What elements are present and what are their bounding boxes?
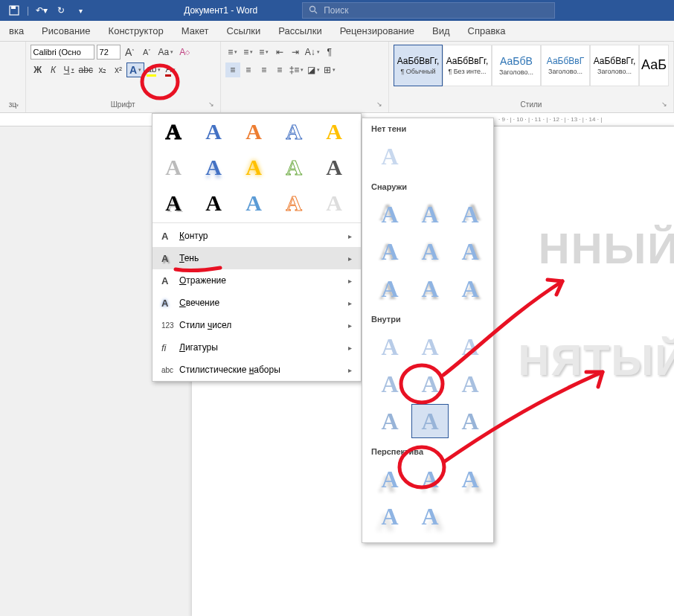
- tab-insert[interactable]: вка: [0, 21, 33, 41]
- shadow-outer-6[interactable]: A: [452, 234, 489, 269]
- sort-button[interactable]: A↓: [304, 45, 321, 60]
- fx-preset[interactable]: A: [240, 190, 267, 216]
- shadow-inner-4[interactable]: A: [371, 367, 408, 401]
- style-heading3[interactable]: АаБбВвГг, Заголово...: [590, 45, 639, 86]
- shadow-inner-1[interactable]: A: [371, 330, 408, 364]
- shadow-persp-5[interactable]: A: [411, 499, 449, 533]
- shadow-inner-3[interactable]: A: [452, 330, 489, 364]
- tab-help[interactable]: Справка: [459, 21, 515, 41]
- bullets-button[interactable]: ≡: [225, 45, 240, 60]
- qat-customize[interactable]: ▾: [72, 2, 89, 19]
- tab-draw[interactable]: Рисование: [33, 21, 99, 41]
- shadow-outer-3[interactable]: A: [452, 197, 489, 231]
- superscript-button[interactable]: x²: [111, 62, 126, 77]
- shadow-inner-9[interactable]: A: [452, 404, 489, 438]
- shadow-outer-7[interactable]: A: [371, 272, 408, 306]
- fx-preset[interactable]: A: [160, 190, 187, 216]
- style-heading2[interactable]: АаБбВвГ Заголово...: [541, 45, 590, 86]
- tab-review[interactable]: Рецензирование: [331, 21, 423, 41]
- text-effects-button[interactable]: A: [126, 62, 144, 77]
- justify-button[interactable]: ≡: [272, 62, 287, 77]
- cut-button[interactable]: [4, 45, 19, 60]
- fx-preset[interactable]: A: [280, 190, 307, 216]
- shadow-outer-2[interactable]: A: [411, 197, 449, 231]
- fx-menu-ligatures[interactable]: fi Лигатуры ▸: [153, 336, 361, 359]
- show-marks-button[interactable]: ¶: [322, 45, 337, 60]
- change-case-button[interactable]: Aa: [157, 45, 176, 60]
- tab-design[interactable]: Конструктор: [100, 21, 173, 41]
- style-no-spacing[interactable]: АаБбВвГг, ¶ Без инте...: [443, 45, 492, 86]
- style-heading1[interactable]: АаБбВ Заголово...: [492, 45, 541, 86]
- shadow-inner-8[interactable]: A: [411, 404, 449, 438]
- numbering-button[interactable]: ≡: [241, 45, 256, 60]
- font-color-button[interactable]: A: [163, 62, 178, 77]
- tab-view[interactable]: Вид: [423, 21, 459, 41]
- fx-preset[interactable]: A: [240, 118, 267, 145]
- shadow-persp-1[interactable]: A: [371, 462, 408, 496]
- font-name-combo[interactable]: [31, 45, 94, 60]
- fx-preset[interactable]: A: [200, 118, 227, 145]
- bold-button[interactable]: Ж: [31, 62, 45, 77]
- fx-preset[interactable]: A: [200, 154, 227, 181]
- style-title[interactable]: АаБ: [639, 45, 669, 86]
- shadow-outer-5[interactable]: A: [411, 234, 449, 269]
- fx-preset[interactable]: A: [321, 118, 347, 145]
- shadow-persp-2[interactable]: A: [411, 462, 449, 496]
- multilevel-button[interactable]: ≡: [257, 45, 272, 60]
- shadow-persp-3[interactable]: A: [452, 462, 489, 496]
- fx-preset[interactable]: A: [280, 154, 307, 181]
- fx-preset[interactable]: A: [321, 154, 347, 181]
- shadow-outer-1[interactable]: A: [371, 197, 408, 231]
- font-size-combo[interactable]: [97, 45, 121, 60]
- save-button[interactable]: [6, 2, 22, 19]
- fx-preset[interactable]: A: [280, 118, 307, 145]
- para-launcher[interactable]: ↘: [376, 100, 382, 108]
- subscript-button[interactable]: x₂: [95, 62, 110, 77]
- align-right-button[interactable]: ≡: [257, 62, 272, 77]
- highlight-button[interactable]: ab: [145, 62, 162, 77]
- fx-menu-number-styles[interactable]: 123 Стили чисел ▸: [153, 314, 361, 336]
- shadow-inner-7[interactable]: A: [371, 404, 408, 438]
- search-box[interactable]: Поиск: [302, 2, 555, 19]
- style-normal[interactable]: АаБбВвГг, ¶ Обычный: [394, 45, 443, 86]
- clipboard-launcher[interactable]: ↘: [13, 100, 19, 108]
- tab-mailings[interactable]: Рассылки: [269, 21, 330, 41]
- fx-menu-outline[interactable]: A Контур ▸: [153, 225, 361, 247]
- align-center-button[interactable]: ≡: [241, 62, 256, 77]
- fx-menu-stylistic-sets[interactable]: abc Стилистические наборы ▸: [153, 359, 361, 381]
- shadow-outer-8[interactable]: A: [411, 272, 449, 306]
- underline-button[interactable]: Ч: [62, 62, 77, 77]
- line-spacing-button[interactable]: ‡≡: [288, 62, 306, 77]
- grow-font-button[interactable]: A˄: [123, 45, 138, 60]
- copy-button[interactable]: [4, 60, 19, 74]
- shadow-inner-6[interactable]: A: [452, 367, 489, 401]
- decrease-indent-button[interactable]: ⇤: [272, 45, 287, 60]
- increase-indent-button[interactable]: ⇥: [288, 45, 303, 60]
- tab-references[interactable]: Ссылки: [218, 21, 270, 41]
- borders-button[interactable]: ⊞: [322, 62, 337, 77]
- strikethrough-button[interactable]: abc: [77, 62, 94, 77]
- fx-menu-glow[interactable]: A Свечение ▸: [153, 292, 361, 314]
- shadow-outer-4[interactable]: A: [371, 234, 408, 269]
- fx-menu-reflection[interactable]: A Отражение ▸: [153, 269, 361, 292]
- fx-menu-shadow[interactable]: A Тень ▸: [153, 247, 361, 269]
- shading-button[interactable]: ◪: [306, 62, 321, 77]
- redo-button[interactable]: ↻: [53, 2, 69, 19]
- tab-layout[interactable]: Макет: [173, 21, 218, 41]
- shrink-font-button[interactable]: A˅: [140, 45, 155, 60]
- fx-preset[interactable]: A: [160, 154, 187, 181]
- clear-formatting-button[interactable]: A◇: [177, 45, 192, 60]
- font-launcher[interactable]: ↘: [208, 100, 214, 108]
- shadow-inner-2[interactable]: A: [411, 330, 449, 364]
- undo-button[interactable]: ↶▾: [33, 2, 50, 19]
- shadow-persp-4[interactable]: A: [371, 499, 408, 533]
- italic-button[interactable]: К: [46, 62, 61, 77]
- shadow-outer-9[interactable]: A: [452, 272, 489, 306]
- fx-preset[interactable]: A: [321, 190, 347, 216]
- styles-launcher[interactable]: ↘: [661, 100, 667, 108]
- fx-preset[interactable]: A: [200, 190, 227, 216]
- align-left-button[interactable]: ≡: [225, 62, 240, 77]
- fx-preset[interactable]: A: [240, 154, 267, 181]
- shadow-none[interactable]: A: [371, 139, 408, 173]
- format-painter[interactable]: [4, 74, 19, 89]
